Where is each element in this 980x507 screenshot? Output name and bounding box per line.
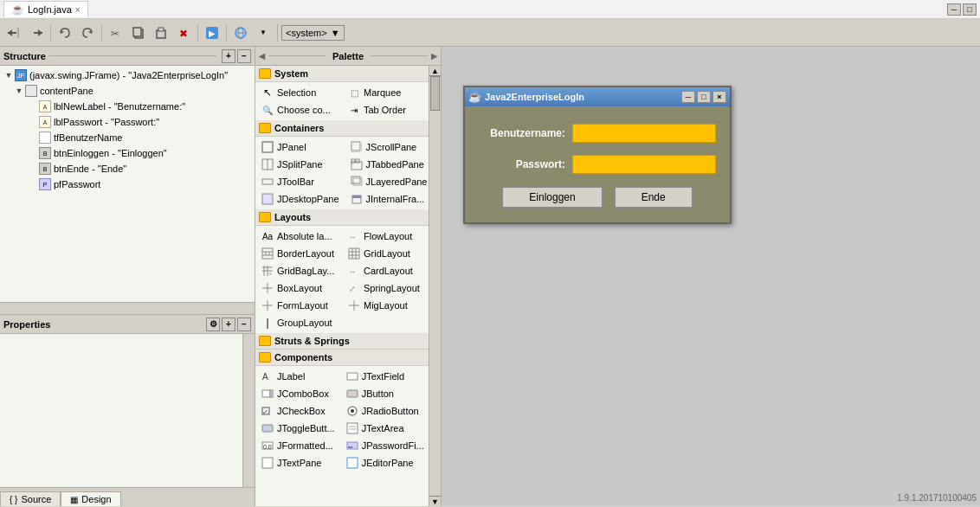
benutzername-field[interactable]: [572, 124, 716, 143]
palette-vscroll[interactable]: ▲ ▼: [429, 66, 441, 506]
toolbar-undo-btn[interactable]: [55, 22, 75, 43]
toolbar-web-arrow-btn[interactable]: ▼: [253, 22, 274, 43]
palette-item-jbutton[interactable]: JButton: [340, 385, 429, 402]
palette-item-jinternalframe[interactable]: JInternalFra...: [345, 190, 429, 208]
tree-item-lblpasswort[interactable]: A lblPasswort - "Passwort:": [0, 114, 255, 130]
jbutton-label: JButton: [362, 388, 394, 399]
palette-item-jlabel[interactable]: A JLabel: [255, 368, 340, 385]
structure-remove-btn[interactable]: −: [237, 49, 251, 63]
minimize-button[interactable]: ─: [947, 3, 961, 16]
toolbar-copy-btn[interactable]: [128, 22, 149, 43]
palette-item-flowlayout[interactable]: ↔ FlowLayout: [342, 228, 429, 245]
palette-item-jeditorpane[interactable]: JEditorPane: [340, 454, 429, 472]
components-section-label: Components: [274, 352, 332, 363]
toolbar-paste-btn[interactable]: [151, 22, 171, 43]
form-row-passwort: Passwort:: [479, 155, 716, 174]
tab-source[interactable]: { } Source: [0, 491, 61, 506]
file-tab-close[interactable]: ×: [75, 5, 81, 15]
palette-item-jtoolbar[interactable]: JToolBar: [255, 173, 345, 190]
palette-item-springlayout[interactable]: ⤢ SpringLayout: [342, 279, 429, 297]
palette-item-miglayout[interactable]: MigLayout: [342, 297, 429, 314]
toolbar-back-btn[interactable]: [3, 22, 24, 43]
palette-item-borderlayout[interactable]: BorderLayout: [255, 245, 342, 262]
palette-item-selection[interactable]: ↖ Selection: [255, 84, 342, 101]
java-frame-max-btn[interactable]: □: [697, 91, 711, 103]
tree-label-btn2: btnEnde - "Ende": [54, 164, 126, 174]
palette-item-jtabbedpane[interactable]: JTabbedPane: [345, 156, 429, 173]
toolbar-redo-btn[interactable]: [77, 22, 98, 43]
svg-rect-20: [360, 142, 362, 151]
palette-item-cardlayout[interactable]: ↔ CardLayout: [342, 262, 429, 279]
palette-item-jradiobutton[interactable]: JRadioButton: [340, 402, 429, 420]
palette-item-jdesktoppane[interactable]: JDesktopPane: [255, 190, 345, 208]
palette-item-jtextfield[interactable]: JTextField: [340, 368, 429, 385]
toolbar-web-btn[interactable]: [230, 22, 251, 43]
properties-filter-btn[interactable]: ⚙: [206, 318, 220, 331]
palette-item-formlayout[interactable]: FormLayout: [255, 297, 342, 314]
palette-item-boxlayout[interactable]: BoxLayout: [255, 279, 342, 297]
ende-button[interactable]: Ende: [614, 186, 693, 209]
tree-arrow-root: ▼: [3, 71, 14, 80]
properties-remove-btn[interactable]: −: [237, 318, 251, 331]
jtoolbar-label: JToolBar: [277, 176, 314, 187]
tree-icon-root: JF: [14, 68, 28, 82]
structure-add-btn[interactable]: +: [222, 49, 235, 63]
palette-item-jtextpane[interactable]: JTextPane: [255, 454, 340, 472]
jcheckbox-icon: ✓: [261, 404, 274, 418]
svg-text:A: A: [262, 372, 268, 382]
java-frame-content: Benutzername: Passwort: Einloggen Ende: [465, 106, 730, 222]
tree-item-contentpane[interactable]: ▼ contentPane: [0, 83, 255, 99]
tree-item-root[interactable]: ▼ JF (javax.swing.JFrame) - "Java2Enterp…: [0, 67, 255, 83]
structure-hscroll[interactable]: [0, 302, 255, 314]
palette-item-jtogglebutton[interactable]: JToggleButt...: [255, 420, 340, 437]
window-controls: ─ □: [947, 3, 977, 16]
palette-item-marquee[interactable]: ⬚ Marquee: [342, 84, 429, 101]
tree-item-btneinloggen[interactable]: B btnEinloggen - "Einloggen": [0, 145, 255, 161]
palette-item-jpanel[interactable]: JPanel: [255, 138, 345, 156]
java-frame-icon: ☕: [468, 91, 481, 103]
maximize-button[interactable]: □: [963, 3, 977, 16]
java-frame-close-btn[interactable]: ×: [712, 91, 726, 103]
source-tab-label: Source: [21, 494, 51, 504]
tree-label-lbl2: lblPasswort - "Passwort:": [54, 117, 159, 127]
file-tab[interactable]: ☕ LogIn.java ×: [3, 1, 88, 17]
layouts-section-label: Layouts: [274, 212, 311, 222]
palette-item-jcheckbox[interactable]: ✓ JCheckBox: [255, 402, 340, 420]
palette-item-jsplitpane[interactable]: JSplitPane: [255, 156, 345, 173]
palette-item-gridlayout[interactable]: GridLayout: [342, 245, 429, 262]
palette-item-taborder[interactable]: ⇥ Tab Order: [342, 101, 429, 119]
palette-item-choose[interactable]: 🔍 Choose co...: [255, 101, 342, 119]
palette-item-jpasswordfield[interactable]: •• JPasswordFi...: [340, 437, 429, 454]
palette-item-jlayeredpane[interactable]: JLayeredPane: [345, 173, 429, 190]
svg-marker-6: [88, 30, 92, 34]
tree-item-tfbenutzer[interactable]: tfBenutzerName: [0, 130, 255, 145]
toolbar-run-btn[interactable]: ▶: [202, 22, 222, 43]
palette-item-jformattedtextfield[interactable]: 0.0 JFormatted...: [255, 437, 340, 454]
palette-item-jscrollpane[interactable]: JScrollPane: [345, 138, 429, 156]
properties-add-btn[interactable]: +: [222, 318, 235, 331]
passwort-field[interactable]: [572, 155, 716, 174]
palette-item-jcombobox[interactable]: JComboBox: [255, 385, 340, 402]
cardlayout-icon: ↔: [347, 264, 361, 278]
tree-item-pfpasswort[interactable]: P pfPasswort: [0, 176, 255, 192]
source-tab-icon: { }: [10, 495, 17, 504]
tree-item-lblnewlabel[interactable]: A lblNewLabel - "Benutzername:": [0, 99, 255, 114]
palette-item-grouplayout[interactable]: | GroupLayout: [255, 314, 342, 331]
jlayeredpane-label: JLayeredPane: [366, 176, 428, 187]
java-frame-min-btn[interactable]: ─: [681, 91, 695, 103]
toolbar-cut-btn[interactable]: ✂: [106, 22, 126, 43]
palette-item-absolutelayout[interactable]: Aa Absolute la...: [255, 228, 342, 245]
toolbar-sep-4: [226, 24, 227, 42]
tree-item-btnende[interactable]: B btnEnde - "Ende": [0, 161, 255, 176]
properties-vscroll[interactable]: [242, 334, 255, 487]
form-buttons: Einloggen Ende: [479, 186, 716, 209]
toolbar-delete-btn[interactable]: ✖: [173, 22, 194, 43]
einloggen-button[interactable]: Einloggen: [501, 186, 603, 209]
toolbar-fwd-btn[interactable]: [26, 22, 47, 43]
tab-design[interactable]: ▦ Design: [61, 491, 120, 506]
palette-item-jtextarea[interactable]: JTextArea: [340, 420, 429, 437]
gridlayout-label: GridLayout: [364, 248, 410, 259]
palette-item-gridbaglayout[interactable]: + GridBagLay...: [255, 262, 342, 279]
system-dropdown[interactable]: <system> ▼: [281, 25, 345, 41]
taborder-label: Tab Order: [364, 105, 406, 115]
